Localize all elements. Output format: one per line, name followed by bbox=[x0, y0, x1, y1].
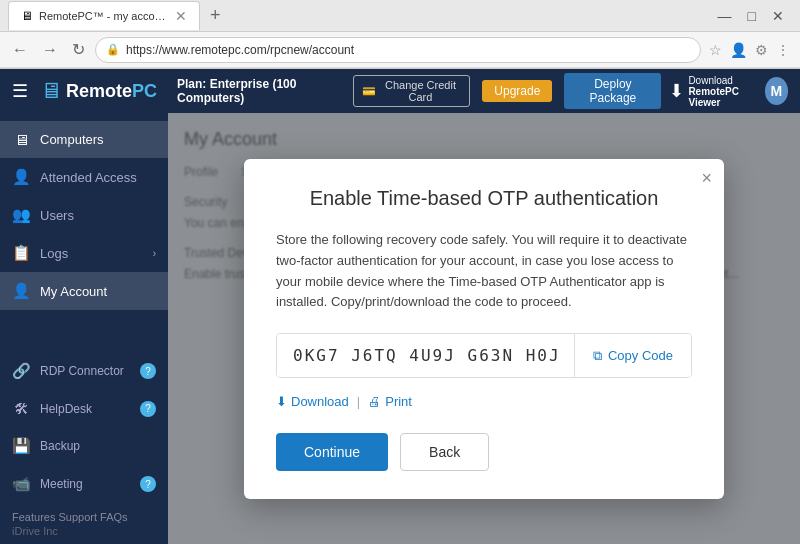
my-account-icon: 👤 bbox=[12, 282, 30, 300]
rdp-badge: ? bbox=[140, 363, 156, 379]
modal-actions-row: ⬇ Download | 🖨 Print bbox=[276, 394, 692, 409]
sidebar-item-helpdesk[interactable]: 🛠 HelpDesk ? bbox=[0, 390, 168, 427]
sidebar-item-rdp-connector[interactable]: 🔗 RDP Connector ? bbox=[0, 352, 168, 390]
meeting-badge: ? bbox=[140, 476, 156, 492]
profile-icon[interactable]: 👤 bbox=[728, 40, 749, 60]
url-text: https://www.remotepc.com/rpcnew/account bbox=[126, 43, 354, 57]
helpdesk-icon: 🛠 bbox=[12, 400, 30, 417]
address-bar[interactable]: 🔒 https://www.remotepc.com/rpcnew/accoun… bbox=[95, 37, 701, 63]
menu-icon[interactable]: ⋮ bbox=[774, 40, 792, 60]
sidebar-label-backup: Backup bbox=[40, 439, 80, 453]
sidebar-item-backup[interactable]: 💾 Backup bbox=[0, 427, 168, 465]
change-credit-card-button[interactable]: 💳 Change Credit Card bbox=[353, 75, 471, 107]
sidebar-label-logs: Logs bbox=[40, 246, 68, 261]
footer-company: iDrive Inc bbox=[12, 525, 156, 537]
sidebar: 🖥 Computers 👤 Attended Access 👥 Users 📋 … bbox=[0, 113, 168, 544]
back-nav-button[interactable]: ← bbox=[8, 39, 32, 61]
download-label: Download bbox=[291, 394, 349, 409]
footer-features[interactable]: Features bbox=[12, 511, 55, 523]
content-area: My Account Profile Security Preference P… bbox=[168, 113, 800, 544]
reload-button[interactable]: ↻ bbox=[68, 38, 89, 61]
hamburger-menu-icon[interactable]: ☰ bbox=[12, 80, 28, 102]
modal-footer: Continue Back bbox=[276, 433, 692, 471]
deploy-package-button[interactable]: Deploy Package bbox=[564, 73, 661, 109]
download-link[interactable]: ⬇ Download bbox=[276, 394, 349, 409]
download-icon: ⬇ bbox=[669, 80, 684, 102]
user-avatar[interactable]: M bbox=[765, 77, 788, 105]
recovery-code-input[interactable] bbox=[277, 334, 574, 377]
upgrade-button[interactable]: Upgrade bbox=[482, 80, 552, 102]
helpdesk-badge: ? bbox=[140, 401, 156, 417]
sidebar-item-logs[interactable]: 📋 Logs › bbox=[0, 234, 168, 272]
copy-icon: ⧉ bbox=[593, 348, 602, 364]
sidebar-label-helpdesk: HelpDesk bbox=[40, 402, 92, 416]
sidebar-item-my-account[interactable]: 👤 My Account bbox=[0, 272, 168, 310]
download-line2: RemotePC Viewer bbox=[688, 86, 756, 108]
sidebar-label-users: Users bbox=[40, 208, 74, 223]
sidebar-item-attended-access[interactable]: 👤 Attended Access bbox=[0, 158, 168, 196]
print-link[interactable]: 🖨 Print bbox=[368, 394, 412, 409]
meeting-icon: 📹 bbox=[12, 475, 30, 493]
attended-access-icon: 👤 bbox=[12, 168, 30, 186]
backup-icon: 💾 bbox=[12, 437, 30, 455]
print-label: Print bbox=[385, 394, 412, 409]
sidebar-item-meeting[interactable]: 📹 Meeting ? bbox=[0, 465, 168, 503]
modal-body-text: Store the following recovery code safely… bbox=[276, 230, 692, 313]
sidebar-label-rdp: RDP Connector bbox=[40, 364, 124, 378]
sidebar-item-users[interactable]: 👥 Users bbox=[0, 196, 168, 234]
plan-info: Plan: Enterprise (100 Computers) bbox=[177, 77, 341, 105]
forward-nav-button[interactable]: → bbox=[38, 39, 62, 61]
rdp-icon: 🔗 bbox=[12, 362, 30, 380]
action-separator: | bbox=[357, 394, 360, 409]
modal-overlay: × Enable Time-based OTP authentication S… bbox=[168, 113, 800, 544]
logs-icon: 📋 bbox=[12, 244, 30, 262]
browser-tab[interactable]: 🖥 RemotePC™ - my account infor... ✕ bbox=[8, 1, 200, 30]
modal-close-button[interactable]: × bbox=[701, 169, 712, 187]
logo: 🖥 RemotePC bbox=[40, 78, 157, 104]
extensions-icon[interactable]: ⚙ bbox=[753, 40, 770, 60]
copy-code-button[interactable]: ⧉ Copy Code bbox=[574, 334, 691, 377]
recovery-code-box: ⧉ Copy Code bbox=[276, 333, 692, 378]
logs-arrow-icon: › bbox=[153, 248, 156, 259]
download-viewer-button[interactable]: ⬇ Download RemotePC Viewer bbox=[669, 75, 756, 108]
logo-text: RemotePC bbox=[66, 81, 157, 102]
top-navigation: ☰ 🖥 RemotePC Plan: Enterprise (100 Compu… bbox=[0, 69, 800, 113]
cc-icon: 💳 bbox=[362, 85, 376, 98]
sidebar-label-my-account: My Account bbox=[40, 284, 107, 299]
close-button[interactable]: ✕ bbox=[764, 0, 792, 32]
download-action-icon: ⬇ bbox=[276, 394, 287, 409]
sidebar-label-meeting: Meeting bbox=[40, 477, 83, 491]
ssl-lock-icon: 🔒 bbox=[106, 43, 120, 56]
minimize-button[interactable]: — bbox=[710, 0, 740, 32]
modal-title: Enable Time-based OTP authentication bbox=[276, 187, 692, 210]
sidebar-footer: Features Support FAQs iDrive Inc bbox=[0, 503, 168, 544]
bookmark-icon[interactable]: ☆ bbox=[707, 40, 724, 60]
new-tab-button[interactable]: + bbox=[206, 5, 225, 26]
tab-close-icon[interactable]: ✕ bbox=[175, 8, 187, 24]
tab-favicon: 🖥 bbox=[21, 9, 33, 23]
copy-code-label: Copy Code bbox=[608, 348, 673, 363]
footer-faqs[interactable]: FAQs bbox=[100, 511, 128, 523]
sidebar-label-computers: Computers bbox=[40, 132, 104, 147]
download-line1: Download bbox=[688, 75, 756, 86]
sidebar-item-computers[interactable]: 🖥 Computers bbox=[0, 121, 168, 158]
tab-title: RemotePC™ - my account infor... bbox=[39, 10, 169, 22]
computers-icon: 🖥 bbox=[12, 131, 30, 148]
users-icon: 👥 bbox=[12, 206, 30, 224]
continue-button[interactable]: Continue bbox=[276, 433, 388, 471]
print-action-icon: 🖨 bbox=[368, 394, 381, 409]
logo-icon: 🖥 bbox=[40, 78, 62, 104]
footer-support[interactable]: Support bbox=[58, 511, 97, 523]
back-button[interactable]: Back bbox=[400, 433, 489, 471]
otp-modal: × Enable Time-based OTP authentication S… bbox=[244, 159, 724, 499]
maximize-button[interactable]: □ bbox=[740, 0, 764, 32]
sidebar-label-attended-access: Attended Access bbox=[40, 170, 137, 185]
